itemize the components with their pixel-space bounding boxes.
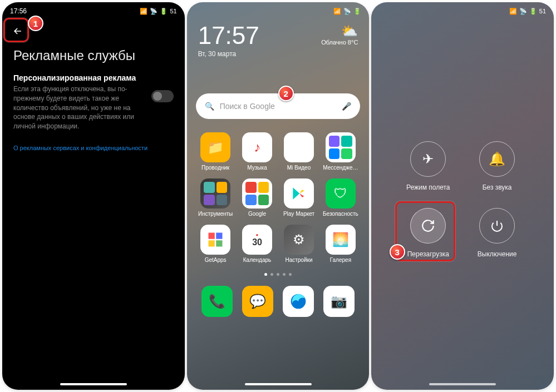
power-menu-grid: ✈ Режим полета 🔔 Без звука Перезагрузка … [371, 141, 554, 258]
battery-icon: 🔋 [160, 8, 168, 15]
power-off-button[interactable]: Выключение [478, 208, 517, 258]
music-icon: ♪ [242, 132, 272, 162]
svg-rect-1 [216, 233, 222, 239]
google-search-bar[interactable]: 🔍 Поиск в Google 🎤 [196, 93, 361, 119]
nav-bar-indicator[interactable] [429, 383, 496, 385]
svg-rect-0 [209, 233, 215, 239]
app-google-folder[interactable]: Google [239, 178, 276, 217]
personalized-ads-title: Персонализированная реклама [13, 73, 144, 82]
personalized-ads-toggle[interactable] [151, 90, 174, 102]
search-placeholder: Поиск в Google [220, 102, 275, 111]
voice-search-icon[interactable]: 🎤 [342, 102, 351, 111]
calendar-icon: ●30 [242, 225, 272, 255]
weather-widget[interactable]: ⛅ Облачно 8°C [321, 23, 358, 46]
callout-2: 2 [278, 86, 294, 101]
app-music[interactable]: ♪Музыка [239, 132, 276, 171]
app-file-manager[interactable]: 📁Проводник [197, 132, 234, 171]
messenger-icon [326, 132, 356, 162]
airplane-icon: ✈ [410, 141, 446, 177]
phone-icon: 📞 [201, 286, 233, 317]
reboot-icon [410, 208, 446, 244]
wifi-icon: 📡 [519, 8, 527, 15]
settings-icon: ⚙ [284, 225, 314, 255]
settings-screen: 17:56 📶 📡 🔋 51 1 Рекламные службы Персон… [2, 2, 185, 390]
home-date[interactable]: Вт, 30 марта [198, 50, 259, 58]
app-tools-folder[interactable]: Инструменты [197, 178, 234, 217]
app-grid: 📁Проводник ♪Музыка ▶Mi Видео Мессендже… … [187, 127, 370, 269]
home-clock[interactable]: 17:57 [198, 23, 259, 48]
getapps-icon [200, 225, 230, 255]
weather-icon: ⛅ [321, 23, 358, 39]
status-bar: 📶 📡 🔋 51 [371, 2, 554, 20]
search-icon: 🔍 [205, 102, 214, 111]
battery-icon: 🔋 [353, 8, 361, 15]
status-icons: 📶 📡 🔋 [333, 8, 361, 15]
security-icon: 🛡 [326, 178, 356, 209]
power-icon [479, 208, 515, 244]
weather-text: Облачно 8°C [321, 39, 358, 46]
play-store-icon [284, 178, 314, 209]
wifi-icon: 📡 [150, 8, 158, 15]
personalized-ads-description: Если эта функция отключена, вы по-прежне… [13, 85, 144, 131]
silent-button[interactable]: 🔔 Без звука [479, 141, 515, 191]
video-icon: ▶ [284, 132, 314, 162]
app-security[interactable]: 🛡Безопасность [322, 178, 359, 217]
battery-text: 51 [539, 8, 546, 14]
callout-1: 1 [28, 16, 43, 31]
reboot-button[interactable]: Перезагрузка 3 [407, 208, 449, 258]
app-gallery[interactable]: 🌅Галерея [322, 225, 359, 263]
signal-icon: 📶 [140, 8, 147, 15]
messages-icon: 💬 [242, 286, 273, 317]
app-play-store[interactable]: Play Маркет [281, 178, 318, 217]
signal-icon: 📶 [333, 8, 341, 15]
dock-camera[interactable]: 📷 [323, 286, 355, 317]
callout-3: 3 [390, 244, 405, 260]
app-settings[interactable]: ⚙Настройки [281, 225, 318, 263]
wifi-icon: 📡 [343, 8, 351, 15]
tools-folder-icon [200, 178, 230, 209]
app-calendar[interactable]: ●30Календарь [239, 225, 276, 263]
home-screen: 📶 📡 🔋 17:57 Вт, 30 марта ⛅ Облачно 8°C 2… [187, 2, 370, 390]
battery-icon: 🔋 [529, 8, 537, 15]
gallery-icon: 🌅 [326, 225, 356, 255]
google-folder-icon [242, 178, 272, 209]
status-icons: 📶 📡 🔋 51 [140, 8, 176, 15]
svg-rect-2 [209, 240, 215, 246]
app-getapps[interactable]: GetApps [197, 225, 234, 263]
power-menu-screen: 📶 📡 🔋 51 ✈ Режим полета 🔔 Без звука Пере… [371, 2, 554, 390]
signal-icon: 📶 [509, 8, 517, 15]
app-mi-video[interactable]: ▶Mi Видео [281, 132, 318, 171]
camera-icon: 📷 [323, 286, 355, 317]
settings-title: Рекламные службы [2, 48, 185, 73]
folder-icon: 📁 [200, 132, 230, 162]
airplane-mode-button[interactable]: ✈ Режим полета [406, 141, 450, 191]
svg-rect-3 [216, 240, 222, 246]
dock-messages[interactable]: 💬 [242, 286, 273, 317]
dock-browser[interactable] [283, 286, 314, 317]
dock: 📞 💬 📷 [187, 280, 370, 329]
page-indicator[interactable] [187, 269, 370, 280]
browser-icon [283, 286, 314, 317]
nav-bar-indicator[interactable] [60, 383, 127, 385]
nav-bar-indicator[interactable] [245, 383, 312, 385]
status-time: 17:56 [10, 7, 27, 15]
app-messenger[interactable]: Мессендже… [322, 132, 359, 171]
personalized-ads-row[interactable]: Персонализированная реклама Если эта фун… [2, 73, 185, 131]
clock-weather-row: 17:57 Вт, 30 марта ⛅ Облачно 8°C [187, 20, 370, 60]
battery-text: 51 [170, 8, 176, 14]
status-icons: 📶 📡 🔋 51 [509, 8, 546, 15]
ad-services-privacy-link[interactable]: О рекламных сервисах и конфиденциальност… [2, 131, 185, 165]
status-bar: 📶 📡 🔋 [187, 2, 370, 20]
back-button[interactable] [9, 22, 27, 43]
dock-phone[interactable]: 📞 [201, 286, 233, 317]
bell-icon: 🔔 [479, 141, 515, 177]
